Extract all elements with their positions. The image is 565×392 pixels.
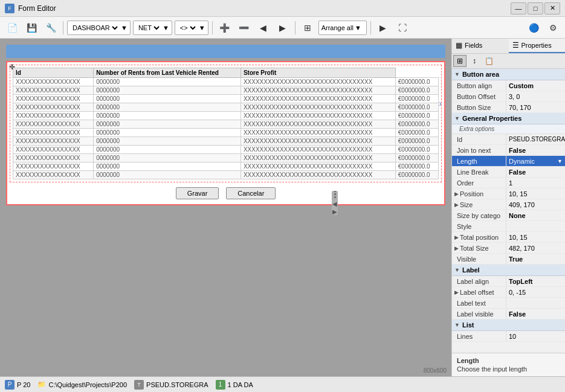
chevron-down-icon-4: ▼: [355, 24, 361, 31]
prop-value: 70, 170: [506, 102, 565, 112]
window-controls: — □ ✕: [511, 2, 560, 14]
chevron-down-icon-3: ▼: [199, 24, 205, 31]
prop-label: Button Offset: [452, 91, 506, 101]
grid-icon[interactable]: ⊞: [299, 20, 316, 36]
net-dropdown[interactable]: NET ▼: [133, 21, 172, 35]
play-icon[interactable]: ▶: [375, 20, 392, 36]
chevron-down-icon-5[interactable]: ▼: [557, 158, 563, 164]
collapse-arrow[interactable]: ◀: [332, 201, 337, 207]
prop-id: Id PSEUD.STOREGRA: [452, 134, 565, 145]
table-row: XXXXXXXXXXXXXXXX0000000XXXXXXXXXXXXXXXXX…: [13, 162, 439, 171]
section-button-area[interactable]: ▼ Button area: [452, 69, 565, 80]
properties-content: ▼ Button area Button align Custom Button…: [452, 69, 565, 353]
da-icon: 1: [216, 380, 225, 390]
prop-value: Custom: [506, 80, 565, 91]
prop-value: None: [506, 210, 565, 220]
net-select[interactable]: NET: [136, 24, 161, 32]
prop-label: ▶ Label offset: [452, 287, 506, 297]
prop-label-align: Label align TopLeft: [452, 276, 565, 287]
prop-label: Size by catego: [452, 210, 506, 220]
main-toolbar: 📄 💾 🔧 DASHBOAR ▼ NET ▼ <> ▼ ➕ ➖ ◀ ▶ ⊞ Ar…: [0, 17, 565, 39]
save-toolbar-button[interactable]: 💾: [23, 20, 40, 36]
table-row: XXXXXXXXXXXXXXXX0000000XXXXXXXXXXXXXXXXX…: [13, 129, 439, 137]
prop-value: 1: [506, 178, 565, 188]
section-list[interactable]: ▼ List: [452, 320, 565, 331]
prop-label-visible: Label visible False: [452, 309, 565, 320]
prop-total-position: ▶ Total position 10, 15: [452, 232, 565, 243]
prop-value: 3, 0: [506, 91, 565, 101]
arrange-dropdown[interactable]: Arrange all ▼: [318, 21, 367, 35]
prev-icon[interactable]: ◀: [255, 20, 272, 36]
expand-arrow-icon-3: ▶: [454, 234, 459, 240]
dashboard-dropdown[interactable]: DASHBOAR ▼: [67, 21, 131, 35]
table-row: XXXXXXXXXXXXXXXX0000000XXXXXXXXXXXXXXXXX…: [13, 137, 439, 146]
code-dropdown[interactable]: <> ▼: [175, 21, 208, 35]
length-dropdown[interactable]: ▼: [509, 158, 563, 165]
add-icon[interactable]: ➕: [216, 20, 233, 36]
section-label[interactable]: ▼ Label: [452, 265, 565, 276]
prop-value: [506, 221, 565, 231]
dashboard-select[interactable]: DASHBOAR: [70, 24, 120, 32]
canvas-area: ✛ Id Number of Rents from Last Vehicle R…: [0, 39, 451, 376]
prop-label-offset: ▶ Label offset 0, -15: [452, 287, 565, 298]
resize-dot: [334, 191, 336, 193]
status-page-text: P 20: [17, 381, 30, 388]
prop-length[interactable]: Length ▼: [452, 156, 565, 167]
prop-value: 0, -15: [506, 287, 565, 297]
code-select[interactable]: <>: [178, 24, 198, 32]
collapse-icon-3: ▼: [454, 267, 460, 273]
prop-label: Id: [452, 134, 506, 144]
save-form-button[interactable]: Gravar: [176, 187, 219, 199]
clipboard-button[interactable]: 📋: [482, 55, 496, 67]
prop-label: Label align: [452, 276, 506, 286]
expand-arrow-icon: ▶: [454, 191, 459, 197]
separator-3: [295, 21, 295, 34]
drag-handle[interactable]: ✛: [7, 62, 17, 72]
page-icon: P: [5, 380, 15, 390]
panel-resize-handle[interactable]: ◀ ▶: [332, 191, 338, 215]
table-row: XXXXXXXXXXXXXXXX0000000XXXXXXXXXXXXXXXXX…: [13, 146, 439, 154]
prop-line-break: Line Break False: [452, 167, 565, 178]
tab-properties[interactable]: ☰ Properties: [509, 39, 566, 53]
folder-icon: 📁: [37, 381, 46, 388]
help-icon[interactable]: 🔵: [525, 20, 542, 36]
prop-size-by-categ: Size by catego None: [452, 210, 565, 221]
table-row: XXXXXXXXXXXXXXXX0000000XXXXXXXXXXXXXXXXX…: [13, 112, 439, 120]
app-icon: F: [5, 4, 15, 13]
prop-join-to-next: Join to next False: [452, 145, 565, 156]
expand-arrow-handle[interactable]: ▶: [332, 208, 337, 215]
title-bar: F Form Editor — □ ✕: [0, 0, 565, 17]
grid-view-button[interactable]: ⊞: [453, 55, 467, 67]
form-buttons: Gravar Cancelar: [10, 182, 442, 202]
expand-icon[interactable]: ⛶: [394, 20, 411, 36]
maximize-button[interactable]: □: [528, 2, 543, 14]
fields-icon: ▦: [456, 41, 462, 50]
sort-button[interactable]: ↕: [468, 55, 481, 67]
status-path: 📁 C:\Quidgest\Projects\P200: [37, 381, 127, 388]
prop-label: Order: [452, 178, 506, 188]
prop-value: 10: [506, 331, 565, 341]
tab-fields[interactable]: ▦ Fields: [452, 39, 509, 53]
minimize-button[interactable]: —: [511, 2, 526, 14]
gear-icon[interactable]: ⚙: [544, 20, 561, 36]
section-general-props[interactable]: ▼ General Properties: [452, 113, 565, 124]
new-button[interactable]: 📄: [4, 20, 21, 36]
table-row: XXXXXXXXXXXXXXXX0000000XXXXXXXXXXXXXXXXX…: [13, 103, 439, 112]
prop-value: 409, 170: [506, 199, 565, 210]
prop-label: Style: [452, 221, 506, 231]
section-label-title: Label: [462, 266, 480, 274]
next-icon[interactable]: ▶: [274, 20, 291, 36]
remove-icon[interactable]: ➖: [236, 20, 253, 36]
scroll-right-arrow[interactable]: ›: [439, 98, 442, 108]
extra-options-label: Extra options: [452, 124, 565, 134]
close-button[interactable]: ✕: [544, 2, 560, 14]
separator-4: [370, 21, 371, 34]
tab-fields-label: Fields: [465, 42, 482, 49]
settings-toolbar-button[interactable]: 🔧: [42, 20, 59, 36]
cancel-form-button[interactable]: Cancelar: [226, 187, 276, 199]
length-input[interactable]: [509, 158, 557, 165]
prop-label: Button Size: [452, 102, 506, 112]
prop-button-offset: Button Offset 3, 0: [452, 91, 565, 102]
form-container[interactable]: ✛ Id Number of Rents from Last Vehicle R…: [6, 61, 445, 205]
table-icon: T: [134, 380, 144, 390]
